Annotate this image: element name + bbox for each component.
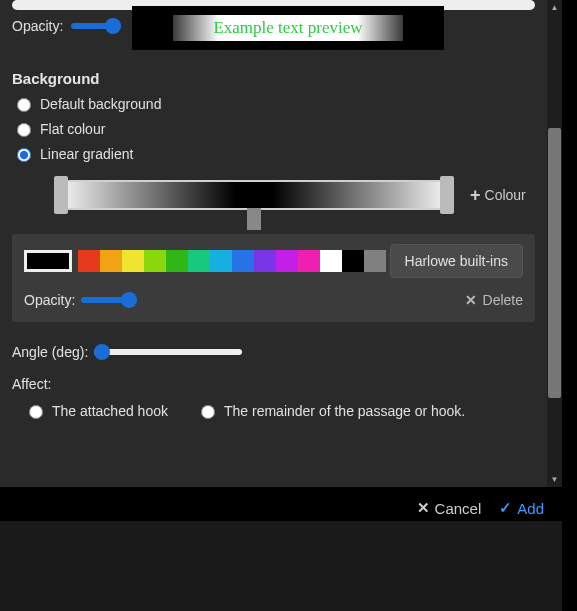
cancel-label: Cancel: [435, 500, 482, 517]
palette-swatch[interactable]: [100, 250, 122, 272]
current-colour-swatch[interactable]: [24, 250, 72, 272]
palette-swatch[interactable]: [122, 250, 144, 272]
stop-opacity-slider[interactable]: [81, 297, 137, 303]
palette-swatch[interactable]: [364, 250, 386, 272]
delete-label: Delete: [483, 292, 523, 308]
radio-flat-colour[interactable]: [17, 123, 31, 137]
preview-text: Example text preview: [213, 18, 362, 38]
cancel-button[interactable]: Cancel: [417, 499, 482, 517]
scrollbar-thumb[interactable]: [548, 128, 561, 398]
radio-linear-gradient[interactable]: [17, 148, 31, 162]
palette-swatch[interactable]: [210, 250, 232, 272]
close-icon: [417, 499, 430, 517]
palette-swatch[interactable]: [342, 250, 364, 272]
palette-swatch[interactable]: [188, 250, 210, 272]
add-colour-label: Colour: [485, 187, 526, 203]
gradient-preview-bar: [68, 182, 440, 208]
palette-swatch[interactable]: [254, 250, 276, 272]
radio-linear-label: Linear gradient: [40, 146, 133, 162]
scroll-up-arrow-icon[interactable]: ▲: [547, 0, 562, 15]
scrollbar[interactable]: ▲ ▼: [547, 0, 562, 487]
radio-default-background[interactable]: [17, 98, 31, 112]
angle-slider[interactable]: [94, 349, 242, 355]
harlowe-builtins-button[interactable]: Harlowe built-ins: [390, 244, 523, 278]
gradient-stop-marker[interactable]: [247, 208, 261, 230]
radio-attached-hook[interactable]: [29, 405, 43, 419]
lower-empty-area: [0, 521, 562, 611]
harlowe-builtins-label: Harlowe built-ins: [405, 253, 508, 269]
opacity-slider-top[interactable]: [71, 23, 121, 29]
radio-flat-label: Flat colour: [40, 121, 105, 137]
radio-remainder-label: The remainder of the passage or hook.: [224, 403, 465, 419]
colour-palette: [78, 250, 386, 272]
close-icon: [465, 292, 477, 308]
palette-swatch[interactable]: [276, 250, 298, 272]
affect-label: Affect:: [12, 376, 535, 392]
stop-opacity-label: Opacity:: [24, 292, 75, 308]
angle-track: [94, 349, 242, 355]
palette-swatch[interactable]: [298, 250, 320, 272]
palette-swatch[interactable]: [144, 250, 166, 272]
angle-label: Angle (deg):: [12, 344, 88, 360]
gradient-handle-left[interactable]: [54, 176, 68, 214]
palette-swatch[interactable]: [78, 250, 100, 272]
angle-thumb[interactable]: [94, 344, 110, 360]
radio-default-label: Default background: [40, 96, 161, 112]
check-icon: [499, 499, 512, 517]
add-button[interactable]: Add: [499, 499, 544, 517]
preview-gradient: Example text preview: [173, 15, 403, 41]
opacity-label-top: Opacity:: [12, 18, 63, 34]
palette-swatch[interactable]: [232, 250, 254, 272]
palette-swatch[interactable]: [166, 250, 188, 272]
add-colour-button[interactable]: + Colour: [470, 185, 526, 206]
scroll-down-arrow-icon[interactable]: ▼: [547, 472, 562, 487]
preview-box: Example text preview: [132, 6, 444, 50]
delete-stop-button[interactable]: Delete: [465, 292, 523, 308]
plus-icon: +: [470, 185, 481, 206]
add-label: Add: [517, 500, 544, 517]
radio-attached-hook-label: The attached hook: [52, 403, 168, 419]
radio-remainder[interactable]: [201, 405, 215, 419]
gradient-stop-panel: Harlowe built-ins Opacity: Delete: [12, 234, 535, 322]
background-heading: Background: [12, 70, 535, 87]
gradient-editor[interactable]: [54, 180, 454, 210]
gradient-handle-right[interactable]: [440, 176, 454, 214]
palette-swatch[interactable]: [320, 250, 342, 272]
